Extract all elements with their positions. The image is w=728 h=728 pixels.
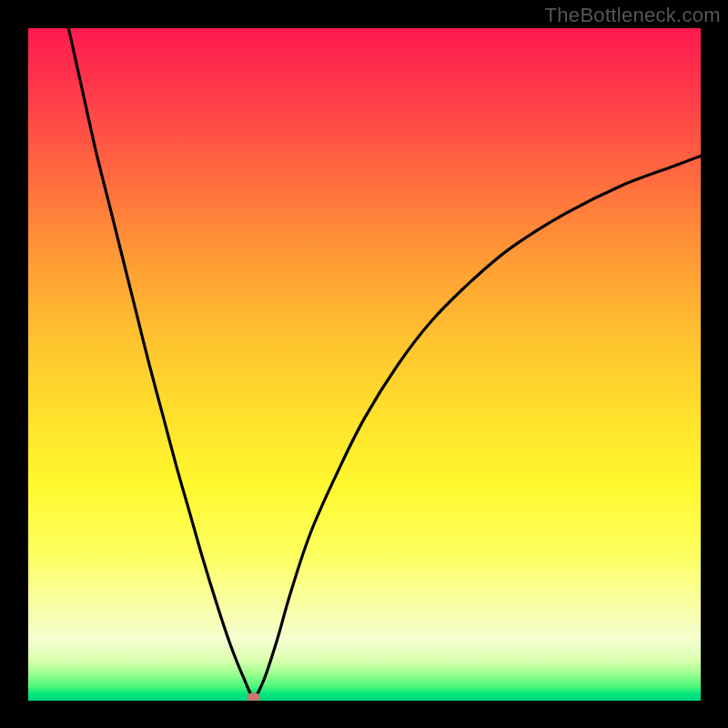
chart-plot-area [28,28,701,701]
chart-frame: TheBottleneck.com [0,0,728,728]
chart-svg [28,28,701,701]
watermark-text: TheBottleneck.com [545,4,721,27]
bottleneck-curve [68,28,701,696]
